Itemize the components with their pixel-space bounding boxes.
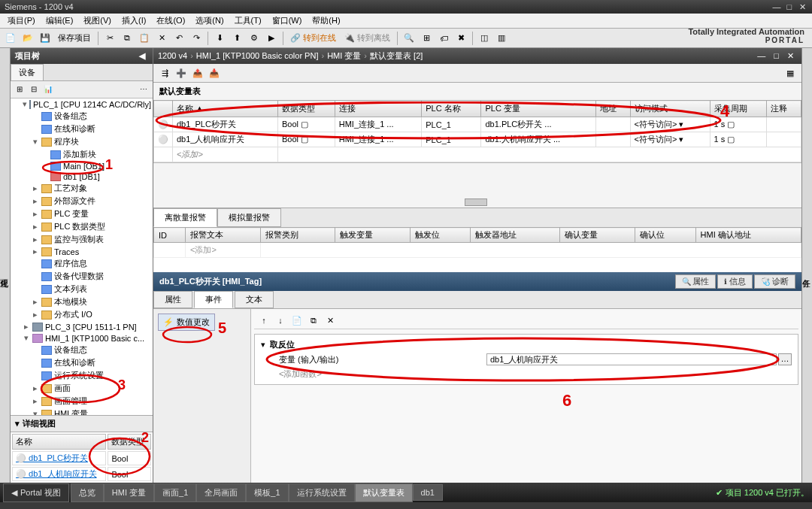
alarm-col[interactable]: 触发变量: [335, 228, 411, 243]
tab-discrete-alarms[interactable]: 离散量报警: [153, 208, 217, 227]
alarm-add-row[interactable]: <添加>: [185, 243, 260, 258]
ev-down-icon[interactable]: ↓: [274, 314, 287, 327]
tree-item[interactable]: ▾HMI_1 [KTP1000 Basic c...: [11, 332, 153, 344]
tree-item[interactable]: ▸本地模块: [11, 295, 153, 308]
ev-up-icon[interactable]: ↑: [257, 314, 271, 327]
tree-item[interactable]: 运行系统设置: [11, 369, 153, 382]
alarm-col[interactable]: ID: [154, 228, 186, 243]
menu-item[interactable]: 项目(P): [3, 14, 40, 28]
tree-expand-icon[interactable]: ⊞: [14, 83, 26, 95]
taskbar-tab[interactable]: 总览: [71, 483, 104, 502]
tree-item[interactable]: ▸Traces: [11, 246, 153, 257]
tree-item[interactable]: ▸PLC 数据类型: [11, 220, 153, 233]
tree-item[interactable]: 在线和诊断: [11, 356, 153, 369]
collapse-icon[interactable]: ◀: [136, 51, 148, 60]
alarm-col[interactable]: 触发器地址: [471, 228, 560, 243]
detail-col-name[interactable]: 名称: [12, 434, 106, 450]
alarm-col[interactable]: 触发位: [411, 228, 471, 243]
table-row[interactable]: ⚪db1_PLC秒开关Bool ▢HMI_连接_1 ...PLC_1db1.PL…: [154, 117, 801, 132]
event-add-func[interactable]: <添加函数>: [261, 368, 322, 380]
save-icon[interactable]: 💾: [38, 31, 53, 46]
detail-col-type[interactable]: 数据类型: [108, 434, 151, 450]
taskbar-tab[interactable]: 全局画面: [196, 483, 246, 502]
prop-tab-text[interactable]: 文本: [235, 291, 274, 308]
et-export-icon[interactable]: 📤: [191, 66, 205, 80]
upload-icon[interactable]: ⬆: [229, 31, 244, 46]
event-param-picker[interactable]: …: [778, 353, 792, 365]
search-icon[interactable]: 🔍: [401, 31, 417, 46]
btn-diagnostics[interactable]: 🩺 诊断: [754, 274, 795, 289]
prop-tab-events[interactable]: 事件: [194, 291, 233, 308]
min-panel-icon[interactable]: —: [754, 51, 768, 60]
menu-item[interactable]: 在线(O): [152, 14, 189, 28]
close-panel-icon[interactable]: ✕: [784, 51, 797, 60]
maximize-button[interactable]: □: [784, 0, 795, 14]
download-icon[interactable]: ⬇: [212, 31, 227, 46]
delete-icon[interactable]: ✕: [154, 31, 169, 46]
menu-item[interactable]: 工具(T): [230, 14, 266, 28]
sim-icon[interactable]: ▶: [264, 31, 279, 46]
tree-item[interactable]: ▸分布式 I/O: [11, 308, 153, 321]
taskbar-tab[interactable]: 模板_1: [246, 483, 288, 502]
go-offline-button[interactable]: 🔌 转到离线: [341, 32, 393, 44]
detail-view-header[interactable]: ▾详细视图: [11, 415, 153, 432]
taskbar-tab[interactable]: HMI 变量: [104, 483, 154, 502]
prop-tab-properties[interactable]: 属性: [153, 291, 192, 308]
right-rail[interactable]: 任务: [801, 48, 812, 483]
tree-item[interactable]: ▸PLC 变量: [11, 208, 153, 220]
close-button[interactable]: ✕: [797, 0, 807, 14]
copy-icon[interactable]: ⧉: [120, 31, 135, 46]
menu-item[interactable]: 插入(I): [117, 14, 150, 28]
menu-item[interactable]: 选项(N): [191, 14, 228, 28]
grid-col[interactable]: 注释: [767, 101, 801, 117]
taskbar-tab[interactable]: db1: [413, 484, 443, 501]
alarm-col[interactable]: 确认变量: [560, 228, 635, 243]
h-scroll-thumb[interactable]: [465, 198, 487, 206]
tab-analog-alarms[interactable]: 模拟量报警: [217, 208, 281, 227]
event-category-value-change[interactable]: ⚡ 数值更改: [158, 314, 215, 331]
table-row[interactable]: ⚪db1_人机响应开关Bool ▢HMI_连接_1 ...PLC_1db1.人机…: [154, 132, 801, 147]
grid-col[interactable]: 采集周期: [710, 101, 767, 117]
cut-icon[interactable]: ✂: [102, 31, 117, 46]
split-icon[interactable]: ▥: [494, 31, 509, 46]
window-icon[interactable]: ◫: [477, 31, 492, 46]
menu-item[interactable]: 窗口(W): [268, 14, 307, 28]
grid-col[interactable]: 地址: [596, 101, 631, 117]
grid-add-row[interactable]: <添加>: [173, 147, 278, 162]
tree-item[interactable]: 添加新块: [11, 148, 153, 161]
et-filter-icon[interactable]: ⇶: [158, 66, 171, 80]
menu-item[interactable]: 帮助(H): [308, 14, 344, 28]
tree-item[interactable]: 设备组态: [11, 344, 153, 356]
tree-item[interactable]: 程序信息: [11, 257, 153, 270]
minimize-button[interactable]: —: [771, 0, 782, 14]
tree-item[interactable]: ▸工艺对象: [11, 182, 153, 195]
menu-item[interactable]: 视图(V): [79, 14, 116, 28]
grid-col[interactable]: 名称 ▲: [173, 101, 278, 117]
btn-info[interactable]: ℹ 信息: [717, 274, 753, 289]
tree-item[interactable]: 设备代理数据: [11, 270, 153, 283]
ev-add-icon[interactable]: 📄: [290, 314, 304, 327]
alarm-col[interactable]: 报警类别: [260, 228, 335, 243]
tree-item[interactable]: ▸监控与强制表: [11, 233, 153, 246]
alarm-col[interactable]: HMI 确认地址: [695, 228, 801, 243]
tree-item[interactable]: db1 [DB1]: [11, 171, 153, 182]
tree-opts-icon[interactable]: ⋯: [138, 83, 150, 95]
grid-col[interactable]: 数据类型: [277, 101, 335, 117]
ev-del-icon[interactable]: ✕: [323, 314, 337, 327]
detail-row-name[interactable]: ⚪ db1_人机响应开关: [12, 467, 106, 481]
menu-item[interactable]: 编辑(E): [41, 14, 78, 28]
tree-item[interactable]: ▾程序块: [11, 135, 153, 148]
paste-icon[interactable]: 📋: [137, 31, 152, 46]
close-x-icon[interactable]: ✖: [453, 31, 468, 46]
alarm-col[interactable]: 确认位: [635, 228, 695, 243]
tree-item[interactable]: 设备组态: [11, 110, 153, 123]
tree-item[interactable]: ▾HMI 变量: [11, 408, 153, 415]
new-icon[interactable]: 📄: [3, 31, 18, 46]
open-icon[interactable]: 📂: [20, 31, 35, 46]
tag-icon[interactable]: 🏷: [436, 31, 451, 46]
portal-view-button[interactable]: ◀ Portal 视图: [3, 483, 69, 502]
tree-item[interactable]: ▾PLC_1 [CPU 1214C AC/DC/Rly]: [11, 98, 153, 110]
tree-filter-icon[interactable]: 📊: [42, 83, 54, 95]
tree-item[interactable]: ▸画面管理: [11, 395, 153, 408]
go-online-button[interactable]: 🔗 转到在线: [287, 32, 339, 44]
